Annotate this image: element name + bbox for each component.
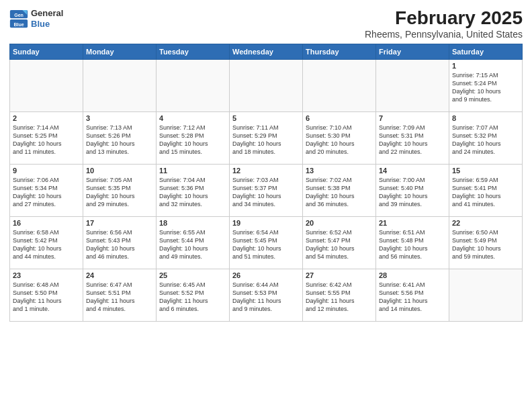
- day-number: 16: [13, 219, 80, 227]
- calendar-day-cell: [83, 59, 157, 111]
- day-info: Sunrise: 7:04 AM Sunset: 5:36 PM Dayligh…: [159, 176, 226, 209]
- calendar-day-cell: 26Sunrise: 6:44 AM Sunset: 5:53 PM Dayli…: [230, 269, 303, 321]
- day-info: Sunrise: 7:11 AM Sunset: 5:29 PM Dayligh…: [232, 124, 300, 156]
- calendar-day-cell: 27Sunrise: 6:42 AM Sunset: 5:55 PM Dayli…: [303, 269, 376, 321]
- day-info: Sunrise: 6:47 AM Sunset: 5:51 PM Dayligh…: [86, 281, 153, 314]
- calendar-day-cell: 23Sunrise: 6:48 AM Sunset: 5:50 PM Dayli…: [10, 269, 83, 321]
- calendar-day-cell: 17Sunrise: 6:56 AM Sunset: 5:43 PM Dayli…: [83, 216, 157, 269]
- day-number: 10: [86, 167, 153, 175]
- day-number: 6: [306, 114, 373, 122]
- calendar-day-cell: 10Sunrise: 7:05 AM Sunset: 5:35 PM Dayli…: [83, 164, 157, 216]
- day-info: Sunrise: 6:41 AM Sunset: 5:56 PM Dayligh…: [379, 281, 446, 314]
- day-info: Sunrise: 6:59 AM Sunset: 5:41 PM Dayligh…: [452, 176, 519, 209]
- day-info: Sunrise: 7:02 AM Sunset: 5:38 PM Dayligh…: [306, 176, 373, 209]
- day-number: 28: [379, 271, 446, 279]
- day-info: Sunrise: 7:09 AM Sunset: 5:31 PM Dayligh…: [379, 124, 446, 156]
- day-number: 19: [232, 219, 300, 227]
- calendar-day-cell: 3Sunrise: 7:13 AM Sunset: 5:26 PM Daylig…: [83, 111, 157, 164]
- calendar-day-cell: 12Sunrise: 7:03 AM Sunset: 5:37 PM Dayli…: [230, 164, 303, 216]
- day-number: 17: [86, 219, 153, 227]
- calendar-day-cell: 14Sunrise: 7:00 AM Sunset: 5:40 PM Dayli…: [376, 164, 449, 216]
- calendar-day-header: Friday: [376, 44, 449, 59]
- calendar-week-row: 16Sunrise: 6:58 AM Sunset: 5:42 PM Dayli…: [10, 216, 523, 269]
- calendar-day-cell: 9Sunrise: 7:06 AM Sunset: 5:34 PM Daylig…: [10, 164, 83, 216]
- calendar-day-cell: 21Sunrise: 6:51 AM Sunset: 5:48 PM Dayli…: [376, 216, 449, 269]
- calendar-day-cell: 11Sunrise: 7:04 AM Sunset: 5:36 PM Dayli…: [157, 164, 230, 216]
- day-number: 27: [306, 271, 373, 279]
- calendar-day-cell: [10, 59, 83, 111]
- day-info: Sunrise: 6:48 AM Sunset: 5:50 PM Dayligh…: [13, 281, 80, 314]
- calendar-day-cell: 16Sunrise: 6:58 AM Sunset: 5:42 PM Dayli…: [10, 216, 83, 269]
- day-number: 25: [159, 271, 226, 279]
- day-number: 7: [379, 114, 446, 122]
- day-info: Sunrise: 6:44 AM Sunset: 5:53 PM Dayligh…: [232, 281, 300, 314]
- day-number: 22: [452, 219, 519, 227]
- day-info: Sunrise: 7:12 AM Sunset: 5:28 PM Dayligh…: [159, 124, 226, 156]
- calendar-day-cell: [376, 59, 449, 111]
- day-number: 15: [452, 167, 519, 175]
- logo-blue: Blue: [31, 19, 63, 30]
- day-info: Sunrise: 6:54 AM Sunset: 5:45 PM Dayligh…: [232, 228, 300, 261]
- day-number: 9: [13, 167, 80, 175]
- calendar-day-header: Thursday: [303, 44, 376, 59]
- day-info: Sunrise: 6:50 AM Sunset: 5:49 PM Dayligh…: [452, 228, 519, 261]
- day-info: Sunrise: 7:07 AM Sunset: 5:32 PM Dayligh…: [452, 124, 519, 156]
- calendar-week-row: 23Sunrise: 6:48 AM Sunset: 5:50 PM Dayli…: [10, 269, 523, 321]
- calendar-day-cell: [449, 269, 523, 321]
- day-number: 24: [86, 271, 153, 279]
- day-info: Sunrise: 6:51 AM Sunset: 5:48 PM Dayligh…: [379, 228, 446, 261]
- calendar-week-row: 9Sunrise: 7:06 AM Sunset: 5:34 PM Daylig…: [10, 164, 523, 216]
- day-info: Sunrise: 7:00 AM Sunset: 5:40 PM Dayligh…: [379, 176, 446, 209]
- day-number: 13: [306, 167, 373, 175]
- calendar-day-cell: 8Sunrise: 7:07 AM Sunset: 5:32 PM Daylig…: [449, 111, 523, 164]
- calendar-day-cell: 20Sunrise: 6:52 AM Sunset: 5:47 PM Dayli…: [303, 216, 376, 269]
- title-area: February 2025 Rheems, Pennsylvania, Unit…: [365, 8, 523, 40]
- day-info: Sunrise: 6:55 AM Sunset: 5:44 PM Dayligh…: [159, 228, 226, 261]
- page: Gen Blue General Blue February 2025 Rhee…: [0, 0, 532, 411]
- day-info: Sunrise: 6:58 AM Sunset: 5:42 PM Dayligh…: [13, 228, 80, 261]
- calendar-day-cell: 5Sunrise: 7:11 AM Sunset: 5:29 PM Daylig…: [230, 111, 303, 164]
- calendar-day-cell: 18Sunrise: 6:55 AM Sunset: 5:44 PM Dayli…: [157, 216, 230, 269]
- day-number: 26: [232, 271, 300, 279]
- calendar-day-cell: 1Sunrise: 7:15 AM Sunset: 5:24 PM Daylig…: [449, 59, 523, 111]
- calendar-day-header: Tuesday: [157, 44, 230, 59]
- day-info: Sunrise: 7:15 AM Sunset: 5:24 PM Dayligh…: [452, 71, 519, 104]
- day-info: Sunrise: 7:13 AM Sunset: 5:26 PM Dayligh…: [86, 124, 153, 156]
- day-info: Sunrise: 6:52 AM Sunset: 5:47 PM Dayligh…: [306, 228, 373, 261]
- day-number: 11: [159, 167, 226, 175]
- calendar-header-row: SundayMondayTuesdayWednesdayThursdayFrid…: [10, 44, 523, 59]
- calendar-day-cell: 15Sunrise: 6:59 AM Sunset: 5:41 PM Dayli…: [449, 164, 523, 216]
- calendar-day-cell: 13Sunrise: 7:02 AM Sunset: 5:38 PM Dayli…: [303, 164, 376, 216]
- day-number: 4: [159, 114, 226, 122]
- calendar-day-cell: 25Sunrise: 6:45 AM Sunset: 5:52 PM Dayli…: [157, 269, 230, 321]
- day-info: Sunrise: 6:56 AM Sunset: 5:43 PM Dayligh…: [86, 228, 153, 261]
- day-number: 18: [159, 219, 226, 227]
- calendar-table: SundayMondayTuesdayWednesdayThursdayFrid…: [9, 44, 523, 322]
- calendar-day-cell: 22Sunrise: 6:50 AM Sunset: 5:49 PM Dayli…: [449, 216, 523, 269]
- calendar-week-row: 2Sunrise: 7:14 AM Sunset: 5:25 PM Daylig…: [10, 111, 523, 164]
- svg-text:Blue: Blue: [13, 21, 24, 26]
- calendar-day-header: Saturday: [449, 44, 523, 59]
- calendar-day-header: Wednesday: [230, 44, 303, 59]
- month-title: February 2025: [365, 8, 523, 29]
- calendar-week-row: 1Sunrise: 7:15 AM Sunset: 5:24 PM Daylig…: [10, 59, 523, 111]
- day-info: Sunrise: 7:06 AM Sunset: 5:34 PM Dayligh…: [13, 176, 80, 209]
- day-number: 8: [452, 114, 519, 122]
- day-info: Sunrise: 6:45 AM Sunset: 5:52 PM Dayligh…: [159, 281, 226, 314]
- calendar-day-cell: [230, 59, 303, 111]
- calendar-day-header: Monday: [83, 44, 157, 59]
- day-number: 21: [379, 219, 446, 227]
- day-number: 14: [379, 167, 446, 175]
- day-number: 12: [232, 167, 300, 175]
- calendar-day-cell: [157, 59, 230, 111]
- day-info: Sunrise: 7:10 AM Sunset: 5:30 PM Dayligh…: [306, 124, 373, 156]
- day-info: Sunrise: 7:05 AM Sunset: 5:35 PM Dayligh…: [86, 176, 153, 209]
- logo: Gen Blue General Blue: [9, 8, 63, 29]
- svg-text:Gen: Gen: [14, 12, 24, 17]
- day-number: 3: [86, 114, 153, 122]
- day-number: 2: [13, 114, 80, 122]
- logo-icon: Gen Blue: [9, 9, 28, 28]
- calendar-day-cell: 6Sunrise: 7:10 AM Sunset: 5:30 PM Daylig…: [303, 111, 376, 164]
- day-number: 5: [232, 114, 300, 122]
- calendar-day-cell: 19Sunrise: 6:54 AM Sunset: 5:45 PM Dayli…: [230, 216, 303, 269]
